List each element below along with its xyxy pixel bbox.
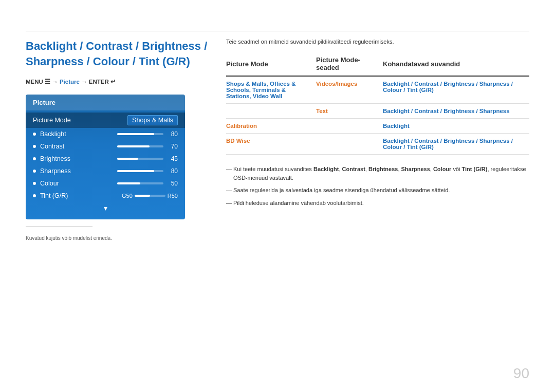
table-header-kohandatavad: Kohandatavad suvandid (383, 53, 529, 76)
brightness-fill (117, 158, 138, 160)
note-item-2: Saate reguleerida ja salvestada iga sead… (226, 186, 529, 195)
sharpness-track (117, 170, 163, 172)
brightness-label: Brightness (40, 155, 86, 162)
contrast-label: Contrast (40, 143, 86, 150)
table-row: Text Backlight / Contrast / Brightness /… (226, 104, 529, 119)
table-cell-options-3: Backlight (383, 119, 529, 134)
note-item-3: Pildi heleduse alandamine vähendab voolu… (226, 199, 529, 208)
brightness-row[interactable]: Brightness 45 (26, 153, 185, 165)
sharpness-fill (117, 170, 154, 172)
colour-row[interactable]: Colour 50 (26, 177, 185, 190)
page-number: 90 (513, 365, 529, 382)
right-section: Teie seadmel on mitmeid suvandeid pildik… (226, 39, 529, 211)
sharpness-row[interactable]: Sharpness 80 (26, 165, 185, 177)
page-title: Backlight / Contrast / Brightness / Shar… (26, 39, 216, 69)
dot-icon (33, 133, 36, 136)
table-cell-mode-1: Shops & Malls, Offices & Schools, Termin… (226, 76, 316, 104)
picture-box-header: Picture (26, 95, 185, 110)
footer-divider (26, 227, 92, 227)
picture-mode-label: Picture Mode (33, 117, 79, 124)
menu-path: MENU ☰ → Picture → ENTER ↵ (26, 78, 216, 85)
colour-fill (117, 182, 140, 184)
note-item-1: Kui teete muudatusi suvandites Backlight… (226, 165, 529, 182)
picture-mode-value: Shops & Malls (127, 115, 178, 125)
dot-icon (33, 157, 36, 160)
notes-section: Kui teete muudatusi suvandites Backlight… (226, 165, 529, 207)
tint-fill (135, 195, 150, 197)
table-cell-setting-3 (316, 119, 383, 134)
tint-right-label: R50 (168, 193, 178, 199)
tint-track (135, 195, 165, 197)
table-row: Shops & Malls, Offices & Schools, Termin… (226, 76, 529, 104)
left-section: Backlight / Contrast / Brightness / Shar… (26, 39, 216, 241)
table-row: Calibration Backlight (226, 119, 529, 134)
table-row: BD Wise Backlight / Contrast / Brightnes… (226, 134, 529, 155)
picture-ui-box: Picture Picture Mode Shops & Malls Backl… (26, 95, 185, 219)
sharpness-value: 80 (168, 167, 178, 175)
tint-row[interactable]: Tint (G/R) G50 R50 (26, 190, 185, 202)
table-header-mode: Picture Mode (226, 53, 316, 76)
dot-icon (33, 145, 36, 148)
dot-icon (33, 194, 36, 197)
footer-section: Kuvatud kujutis võib mudelist erineda. (26, 227, 216, 241)
table-cell-mode-2 (226, 104, 316, 119)
backlight-track (117, 133, 163, 135)
dot-icon (33, 170, 36, 173)
colour-track (117, 182, 163, 184)
tint-label: Tint (G/R) (40, 192, 68, 199)
table-cell-options-2: Backlight / Contrast / Brightness / Shar… (383, 104, 529, 119)
colour-slider[interactable]: 50 (117, 180, 178, 187)
backlight-row[interactable]: Backlight 80 (26, 128, 185, 140)
contrast-fill (117, 145, 150, 147)
backlight-slider[interactable]: 80 (117, 130, 178, 138)
table-cell-mode-3: Calibration (226, 119, 316, 134)
chevron-down-icon[interactable]: ▾ (26, 202, 185, 216)
dot-icon (33, 182, 36, 185)
sharpness-slider[interactable]: 80 (117, 167, 178, 175)
table-cell-setting-4 (316, 134, 383, 155)
table-cell-mode-4: BD Wise (226, 134, 316, 155)
intro-text: Teie seadmel on mitmeid suvandeid pildik… (226, 39, 529, 45)
brightness-track (117, 158, 163, 160)
info-table: Picture Mode Picture Mode-seaded Kohanda… (226, 53, 529, 155)
contrast-value: 70 (168, 143, 178, 150)
table-cell-options-4: Backlight / Contrast / Brightness / Shar… (383, 134, 529, 155)
colour-label: Colour (40, 180, 86, 187)
tint-slider-container[interactable]: G50 R50 (122, 193, 178, 199)
sharpness-label: Sharpness (40, 167, 86, 175)
picture-box-body: Picture Mode Shops & Malls Backlight 80 (26, 110, 185, 219)
contrast-track (117, 145, 163, 147)
footer-note: Kuvatud kujutis võib mudelist erineda. (26, 235, 216, 241)
table-cell-options-1: Backlight / Contrast / Brightness / Shar… (383, 76, 529, 104)
backlight-label: Backlight (40, 130, 86, 138)
contrast-slider[interactable]: 70 (117, 143, 178, 150)
backlight-fill (117, 133, 154, 135)
colour-value: 50 (168, 180, 178, 187)
backlight-value: 80 (168, 130, 178, 138)
table-cell-setting-1: Videos/Images (316, 76, 383, 104)
picture-mode-row[interactable]: Picture Mode Shops & Malls (26, 113, 185, 128)
contrast-row[interactable]: Contrast 70 (26, 140, 185, 153)
table-cell-setting-2: Text (316, 104, 383, 119)
brightness-slider[interactable]: 45 (117, 155, 178, 162)
table-header-mode-seaded: Picture Mode-seaded (316, 53, 383, 76)
tint-left-label: G50 (122, 193, 133, 199)
brightness-value: 45 (168, 155, 178, 162)
